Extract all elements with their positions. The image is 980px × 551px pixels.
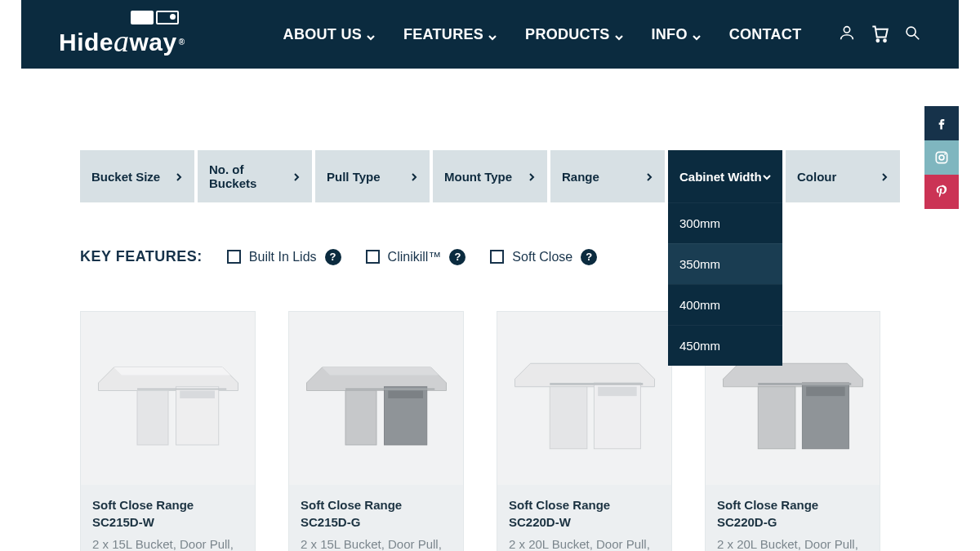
svg-point-28 bbox=[939, 155, 944, 160]
product-title: Soft Close Range SC220D-W bbox=[509, 496, 660, 531]
main-header: Hideaway® ABOUT US FEATURES PRODUCTS INF… bbox=[21, 0, 959, 69]
search-icon[interactable] bbox=[903, 24, 921, 45]
chevron-down-icon bbox=[366, 29, 376, 39]
product-image bbox=[497, 312, 671, 485]
product-desc: 2 x 20L Bucket, Door Pull, bbox=[509, 535, 660, 551]
cart-icon[interactable] bbox=[869, 22, 890, 47]
svg-marker-6 bbox=[114, 367, 230, 375]
svg-rect-13 bbox=[345, 391, 376, 446]
key-feature-soft-close: Soft Close ? bbox=[490, 249, 597, 265]
main-nav: ABOUT US FEATURES PRODUCTS INFO CONTACT bbox=[283, 26, 802, 43]
nav-about-us[interactable]: ABOUT US bbox=[283, 26, 376, 43]
svg-point-3 bbox=[906, 27, 915, 36]
chevron-right-icon bbox=[528, 170, 536, 184]
product-image bbox=[289, 312, 463, 485]
product-desc: 2 x 15L Bucket, Door Pull, bbox=[92, 535, 243, 551]
cabinet-width-option-350[interactable]: 350mm bbox=[668, 243, 782, 284]
chevron-right-icon bbox=[880, 170, 889, 184]
help-icon[interactable]: ? bbox=[325, 249, 341, 265]
filter-mount-type[interactable]: Mount Type bbox=[433, 150, 547, 202]
cabinet-width-option-450[interactable]: 450mm bbox=[668, 325, 782, 366]
svg-rect-21 bbox=[550, 383, 643, 385]
product-title: Soft Close Range SC215D-G bbox=[301, 496, 452, 531]
nav-label: CONTACT bbox=[729, 26, 802, 43]
svg-rect-20 bbox=[598, 387, 637, 396]
filter-bar: Bucket Size No. of Buckets Pull Type Mou… bbox=[80, 150, 900, 202]
product-image bbox=[81, 312, 255, 485]
nav-label: PRODUCTS bbox=[525, 26, 609, 43]
chevron-down-icon bbox=[692, 29, 702, 39]
chevron-right-icon bbox=[292, 170, 301, 184]
filter-cabinet-width[interactable]: Cabinet Width 300mm 350mm 400mm 450mm bbox=[668, 150, 782, 202]
chevron-right-icon bbox=[175, 170, 183, 184]
filter-colour[interactable]: Colour bbox=[786, 150, 900, 202]
filter-label: Bucket Size bbox=[91, 170, 160, 184]
chevron-down-icon bbox=[614, 29, 624, 39]
svg-rect-15 bbox=[388, 391, 423, 399]
chevron-down-icon bbox=[763, 170, 771, 184]
cabinet-width-option-300[interactable]: 300mm bbox=[668, 202, 782, 243]
filter-range[interactable]: Range bbox=[550, 150, 665, 202]
account-icon[interactable] bbox=[838, 24, 856, 45]
filter-label: Pull Type bbox=[327, 170, 381, 184]
key-feature-label: Soft Close bbox=[512, 250, 572, 264]
svg-point-1 bbox=[876, 39, 879, 42]
filter-label: Cabinet Width bbox=[679, 170, 762, 184]
svg-marker-12 bbox=[322, 367, 439, 375]
svg-rect-7 bbox=[137, 391, 168, 446]
nav-products[interactable]: PRODUCTS bbox=[525, 26, 623, 43]
svg-point-29 bbox=[944, 153, 946, 155]
checkbox-clinikill[interactable] bbox=[366, 250, 380, 264]
chevron-right-icon bbox=[645, 170, 653, 184]
filter-label: Range bbox=[562, 170, 599, 184]
key-feature-label: Clinikill™ bbox=[388, 250, 442, 264]
social-rail bbox=[924, 106, 959, 209]
product-card[interactable]: Soft Close Range SC215D-G 2 x 15L Bucket… bbox=[288, 311, 464, 551]
chevron-down-icon bbox=[488, 29, 497, 39]
cabinet-width-dropdown: 300mm 350mm 400mm 450mm bbox=[668, 202, 782, 366]
svg-rect-18 bbox=[550, 387, 587, 449]
filter-label: Mount Type bbox=[444, 170, 512, 184]
pinterest-icon[interactable] bbox=[924, 175, 959, 209]
filter-label: No. of Buckets bbox=[209, 162, 292, 190]
svg-rect-23 bbox=[758, 387, 795, 449]
checkbox-soft-close[interactable] bbox=[490, 250, 504, 264]
key-features-title: KEY FEATURES: bbox=[80, 248, 203, 265]
nav-info[interactable]: INFO bbox=[652, 26, 702, 43]
chevron-right-icon bbox=[410, 170, 418, 184]
product-card[interactable]: Soft Close Range SC215D-W 2 x 15L Bucket… bbox=[80, 311, 256, 551]
product-title: Soft Close Range SC220D-G bbox=[717, 496, 868, 531]
svg-line-4 bbox=[915, 35, 920, 40]
key-feature-label: Built In Lids bbox=[249, 250, 317, 264]
product-desc: 2 x 15L Bucket, Door Pull, bbox=[301, 535, 452, 551]
instagram-icon[interactable] bbox=[924, 140, 959, 175]
svg-rect-25 bbox=[806, 387, 845, 396]
svg-rect-9 bbox=[180, 391, 215, 399]
svg-point-2 bbox=[884, 39, 886, 42]
help-icon[interactable]: ? bbox=[581, 249, 597, 265]
key-feature-clinikill: Clinikill™ ? bbox=[366, 249, 466, 265]
key-feature-built-in-lids: Built In Lids ? bbox=[227, 249, 341, 265]
product-title: Soft Close Range SC215D-W bbox=[92, 496, 243, 531]
svg-point-0 bbox=[844, 27, 849, 33]
product-desc: 2 x 20L Bucket, Door Pull, bbox=[717, 535, 868, 551]
filter-label: Colour bbox=[797, 170, 836, 184]
help-icon[interactable]: ? bbox=[449, 249, 466, 265]
nav-label: INFO bbox=[652, 26, 688, 43]
brand-logo[interactable]: Hideaway® bbox=[59, 11, 185, 59]
facebook-icon[interactable] bbox=[924, 106, 959, 140]
filter-no-of-buckets[interactable]: No. of Buckets bbox=[198, 150, 312, 202]
product-card[interactable]: Soft Close Range SC220D-W 2 x 20L Bucket… bbox=[497, 311, 672, 551]
nav-contact[interactable]: CONTACT bbox=[729, 26, 802, 43]
nav-label: ABOUT US bbox=[283, 26, 362, 43]
nav-features[interactable]: FEATURES bbox=[403, 26, 497, 43]
svg-rect-26 bbox=[758, 383, 851, 385]
checkbox-built-in-lids[interactable] bbox=[227, 250, 241, 264]
filter-pull-type[interactable]: Pull Type bbox=[315, 150, 430, 202]
filter-bucket-size[interactable]: Bucket Size bbox=[80, 150, 194, 202]
cabinet-width-option-400[interactable]: 400mm bbox=[668, 284, 782, 325]
nav-label: FEATURES bbox=[403, 26, 483, 43]
